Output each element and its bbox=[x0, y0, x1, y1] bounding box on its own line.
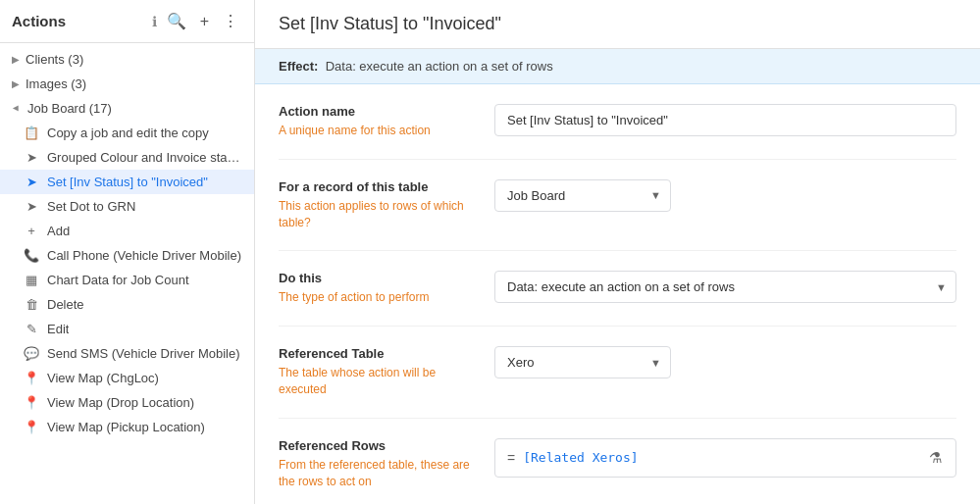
form-label-col-referenced-table: Referenced Table The table whose action … bbox=[279, 346, 475, 398]
sidebar-group-images-label: Images (3) bbox=[26, 76, 86, 91]
form-row-referenced-rows: Referenced Rows From the referenced tabl… bbox=[279, 419, 956, 504]
form-row-do-this: Do this The type of action to perform Da… bbox=[279, 251, 956, 327]
form-label-col-action-name: Action name A unique name for this actio… bbox=[279, 104, 475, 139]
send-icon: ➤ bbox=[24, 199, 39, 214]
grid-icon: ▦ bbox=[24, 273, 39, 287]
sidebar-group-jobboard-label: Job Board (17) bbox=[27, 101, 112, 116]
referenced-rows-value: [Related Xeros] bbox=[523, 450, 919, 465]
chevron-icon: ▶ bbox=[12, 54, 20, 65]
main-header: Set [Inv Status] to "Invoiced" bbox=[255, 0, 980, 49]
sidebar-item-view-map-chgloc[interactable]: 📍 View Map (ChgLoc) bbox=[0, 366, 254, 390]
sidebar-item-call-phone[interactable]: 📞 Call Phone (Vehicle Driver Mobile) bbox=[0, 243, 254, 268]
plus-icon: + bbox=[24, 224, 39, 238]
referenced-table-select[interactable]: Xero bbox=[494, 346, 671, 378]
do-this-select[interactable]: Data: execute an action on a set of rows bbox=[494, 271, 956, 303]
form-control-col-action-name bbox=[494, 104, 956, 136]
form-row-referenced-table: Referenced Table The table whose action … bbox=[279, 327, 956, 419]
copy-icon: 📋 bbox=[24, 126, 39, 140]
form-control-col-referenced-table: Xero ▼ bbox=[494, 346, 956, 378]
sidebar-group-clients[interactable]: ▶ Clients (3) bbox=[0, 47, 254, 72]
action-name-hint: A unique name for this action bbox=[279, 123, 475, 139]
effect-bar: Effect: Data: execute an action on a set… bbox=[255, 49, 980, 84]
sidebar-item-grouped-colour-label: Grouped Colour and Invoice status bbox=[47, 150, 242, 165]
info-icon: ℹ bbox=[152, 14, 157, 29]
sidebar-sublist-jobboard: 📋 Copy a job and edit the copy ➤ Grouped… bbox=[0, 121, 254, 439]
send-icon: ➤ bbox=[24, 150, 39, 165]
effect-label: Effect: bbox=[279, 59, 318, 74]
sidebar-item-call-phone-label: Call Phone (Vehicle Driver Mobile) bbox=[47, 248, 241, 263]
sidebar-item-copy-job-label: Copy a job and edit the copy bbox=[47, 126, 209, 140]
sidebar-item-view-map-chgloc-label: View Map (ChgLoc) bbox=[47, 371, 159, 385]
sidebar-list: ▶ Clients (3) ▶ Images (3) ▼ Job Board (… bbox=[0, 43, 254, 504]
pin-icon: 📍 bbox=[24, 395, 39, 410]
sidebar-item-add-label: Add bbox=[47, 224, 70, 238]
form-row-action-name: Action name A unique name for this actio… bbox=[279, 84, 956, 160]
sidebar-item-set-dot-grn-label: Set Dot to GRN bbox=[47, 199, 135, 214]
sidebar-title: Actions bbox=[12, 13, 146, 29]
sidebar-item-edit-label: Edit bbox=[47, 322, 69, 336]
add-action-button[interactable]: + bbox=[196, 11, 213, 32]
sidebar-item-view-map-drop[interactable]: 📍 View Map (Drop Location) bbox=[0, 390, 254, 415]
table-select[interactable]: Job Board bbox=[494, 179, 671, 212]
sidebar-item-set-inv-status[interactable]: ➤ Set [Inv Status] to "Invoiced" bbox=[0, 170, 254, 194]
do-this-label: Do this bbox=[279, 271, 475, 285]
sidebar-item-chart-data[interactable]: ▦ Chart Data for Job Count bbox=[0, 268, 254, 292]
form-label-col-do-this: Do this The type of action to perform bbox=[279, 271, 475, 306]
send-active-icon: ➤ bbox=[24, 175, 39, 189]
sidebar-group-images[interactable]: ▶ Images (3) bbox=[0, 72, 254, 96]
table-select-wrapper: Job Board ▼ bbox=[494, 179, 671, 212]
more-options-button[interactable]: ⋮ bbox=[219, 10, 242, 32]
referenced-rows-hint: From the referenced table, these are the… bbox=[279, 457, 475, 490]
sidebar-item-delete[interactable]: 🗑 Delete bbox=[0, 292, 254, 317]
phone-icon: 📞 bbox=[24, 248, 39, 263]
sidebar-item-edit[interactable]: ✎ Edit bbox=[0, 317, 254, 341]
chevron-icon: ▶ bbox=[12, 78, 20, 89]
main-panel: Set [Inv Status] to "Invoiced" Effect: D… bbox=[255, 0, 980, 504]
trash-icon: 🗑 bbox=[24, 297, 39, 312]
sidebar-item-grouped-colour[interactable]: ➤ Grouped Colour and Invoice status bbox=[0, 145, 254, 170]
flask-icon[interactable]: ⚗ bbox=[927, 447, 944, 469]
form-label-col-referenced-rows: Referenced Rows From the referenced tabl… bbox=[279, 438, 475, 490]
sidebar: Actions ℹ 🔍 + ⋮ ▶ Clients (3) ▶ Images (… bbox=[0, 0, 255, 504]
sidebar-item-add[interactable]: + Add bbox=[0, 219, 254, 243]
sidebar-item-view-map-pickup-label: View Map (Pickup Location) bbox=[47, 420, 205, 434]
sidebar-item-view-map-pickup[interactable]: 📍 View Map (Pickup Location) bbox=[0, 415, 254, 439]
chat-icon: 💬 bbox=[24, 346, 39, 361]
sidebar-item-set-inv-status-label: Set [Inv Status] to "Invoiced" bbox=[47, 175, 208, 189]
referenced-table-select-wrapper: Xero ▼ bbox=[494, 346, 671, 378]
main-body: Action name A unique name for this actio… bbox=[255, 84, 980, 504]
sidebar-header-icons: 🔍 + ⋮ bbox=[163, 10, 242, 32]
sidebar-item-view-map-drop-label: View Map (Drop Location) bbox=[47, 395, 194, 410]
sidebar-item-chart-data-label: Chart Data for Job Count bbox=[47, 273, 189, 287]
pin-icon: 📍 bbox=[24, 420, 39, 434]
table-label: For a record of this table bbox=[279, 179, 475, 194]
sidebar-group-clients-label: Clients (3) bbox=[26, 52, 83, 67]
sidebar-item-send-sms-label: Send SMS (Vehicle Driver Mobile) bbox=[47, 346, 240, 361]
form-control-col-table: Job Board ▼ bbox=[494, 179, 956, 212]
edit-icon: ✎ bbox=[24, 322, 39, 336]
form-control-col-do-this: Data: execute an action on a set of rows… bbox=[494, 271, 956, 303]
do-this-hint: The type of action to perform bbox=[279, 289, 475, 306]
effect-value: Data: execute an action on a set of rows bbox=[326, 59, 553, 74]
form-row-table: For a record of this table This action a… bbox=[279, 160, 956, 252]
sidebar-item-copy-job[interactable]: 📋 Copy a job and edit the copy bbox=[0, 121, 254, 145]
sidebar-header: Actions ℹ 🔍 + ⋮ bbox=[0, 0, 254, 43]
referenced-rows-input[interactable]: = [Related Xeros] ⚗ bbox=[494, 438, 956, 478]
referenced-rows-label: Referenced Rows bbox=[279, 438, 475, 453]
chevron-down-icon: ▼ bbox=[11, 104, 22, 114]
do-this-select-wrapper: Data: execute an action on a set of rows… bbox=[494, 271, 956, 303]
form-label-col-table: For a record of this table This action a… bbox=[279, 179, 475, 231]
pin-icon: 📍 bbox=[24, 371, 39, 385]
sidebar-item-set-dot-grn[interactable]: ➤ Set Dot to GRN bbox=[0, 194, 254, 219]
form-control-col-referenced-rows: = [Related Xeros] ⚗ bbox=[494, 438, 956, 478]
referenced-table-label: Referenced Table bbox=[279, 346, 475, 361]
action-name-input[interactable] bbox=[494, 104, 956, 136]
referenced-table-hint: The table whose action will be executed bbox=[279, 365, 475, 398]
table-hint: This action applies to rows of which tab… bbox=[279, 198, 475, 231]
sidebar-group-jobboard[interactable]: ▼ Job Board (17) bbox=[0, 96, 254, 121]
search-button[interactable]: 🔍 bbox=[163, 10, 190, 32]
action-name-label: Action name bbox=[279, 104, 475, 119]
page-title: Set [Inv Status] to "Invoiced" bbox=[279, 14, 956, 34]
sidebar-item-delete-label: Delete bbox=[47, 297, 84, 312]
sidebar-item-send-sms[interactable]: 💬 Send SMS (Vehicle Driver Mobile) bbox=[0, 341, 254, 366]
